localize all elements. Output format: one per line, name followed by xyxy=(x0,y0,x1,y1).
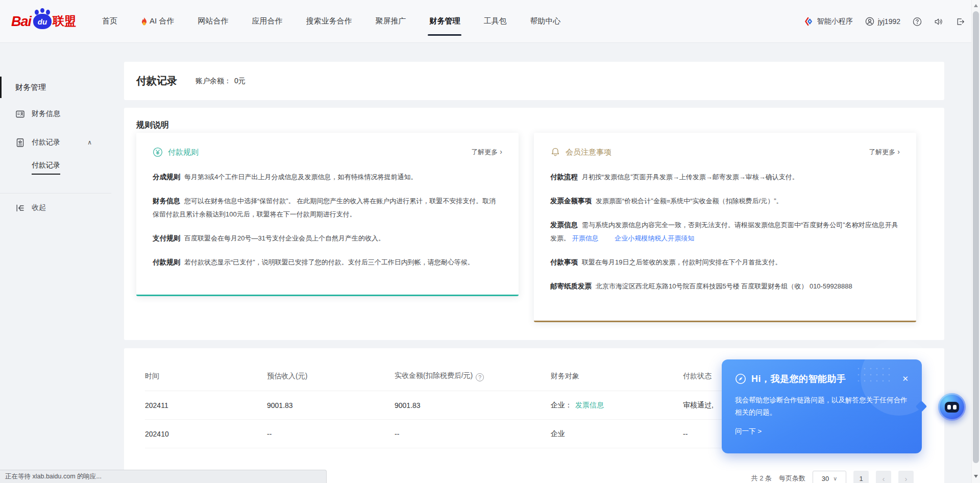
scroll-up-arrow-icon[interactable] xyxy=(974,4,978,7)
cell-target: 企业：发票信息 xyxy=(551,401,683,410)
logout-button[interactable] xyxy=(955,17,965,26)
col-estimated-income: 预估收入(元) xyxy=(267,372,395,381)
rules-section-title: 规则说明 xyxy=(136,120,932,131)
cell-estimated: 9001.83 xyxy=(267,401,395,409)
page-title: 付款记录 xyxy=(136,74,177,88)
vertical-scrollbar[interactable] xyxy=(971,0,980,483)
rule-item: 支付规则百度联盟会在每月20号—31号支付企业会员上个自然月产生的收入。 xyxy=(153,232,502,245)
invoice-info-link[interactable]: 开票信息 xyxy=(572,234,599,242)
baidu-union-logo[interactable]: Bai du 联盟 xyxy=(11,13,76,30)
payment-record-icon xyxy=(15,138,25,148)
miniprogram-diamond-icon xyxy=(804,17,814,26)
assistant-popup: Hi，我是您的智能助手 ✕ 我会帮助您诊断合作链路问题，以及解答您关于任何合作相… xyxy=(722,359,922,453)
cell-time: 202411 xyxy=(145,401,267,409)
sidebar: 财务管理 财务信息 付款记录 ∧ 付款记录 收起 xyxy=(0,43,111,483)
assistant-message: 我会帮助您诊断合作链路问题，以及解答您关于任何合作相关的问题。 xyxy=(735,394,909,419)
balance-value: 0元 xyxy=(234,77,246,85)
rule-item: 付款事项联盟在每月19日之后签收的发票，付款时间安排在下个月首批支付。 xyxy=(550,256,900,269)
question-circle-icon[interactable]: ? xyxy=(476,373,484,381)
cell-actual: -- xyxy=(395,430,551,438)
nav-item-home[interactable]: 首页 xyxy=(90,0,129,43)
scrollbar-thumb[interactable] xyxy=(973,11,979,463)
sidebar-item-payment-records[interactable]: 付款记录 ∧ xyxy=(0,130,111,155)
cell-time: 202410 xyxy=(145,430,267,438)
bell-icon xyxy=(550,147,560,157)
user-account[interactable]: jyj1992 xyxy=(865,17,900,26)
payment-rules-more-link[interactable]: 了解更多› xyxy=(471,148,502,157)
rule-item: 发票金额事项发票票面“价税合计”金额=系统中“实收金额（扣除税费后/元）”。 xyxy=(550,195,900,208)
chevron-up-icon[interactable]: ∧ xyxy=(87,139,92,146)
nav-item-help-center[interactable]: 帮助中心 xyxy=(518,0,572,43)
rule-item: 发票信息需与系统内发票信息内容完全一致，否则无法支付。请根据发票信息页面中“百度… xyxy=(550,219,900,245)
logout-icon xyxy=(955,17,965,26)
sidebar-collapse-button[interactable]: 收起 xyxy=(0,194,111,222)
nav-item-search-business[interactable]: 搜索业务合作 xyxy=(294,0,363,43)
username: jyj1992 xyxy=(878,17,900,26)
decor-dots xyxy=(855,366,891,383)
rule-item: 付款流程月初按“发票信息”页面开具发票→上传发票→邮寄发票→审核→确认支付。 xyxy=(550,171,900,184)
cell-estimated: -- xyxy=(267,430,395,438)
cell-target: 企业 xyxy=(551,429,683,439)
chevron-right-icon: › xyxy=(897,148,900,156)
nav-item-ai[interactable]: AI 合作 xyxy=(129,0,186,43)
col-finance-target: 财务对象 xyxy=(551,372,683,381)
help-icon xyxy=(913,17,922,26)
coin-icon xyxy=(153,147,163,157)
chevron-right-icon: › xyxy=(500,148,502,156)
rules-section: 规则说明 付款规则 了解更多› 分成规则每月第3或4个工作日产出上月分成信息及发… xyxy=(124,108,944,340)
rule-item: 邮寄纸质发票北京市海淀区西北旺东路10号院百度科技园5号楼 百度联盟财务组（收）… xyxy=(550,280,900,293)
sidebar-section-finance[interactable]: 财务管理 xyxy=(0,77,111,98)
robot-face-icon xyxy=(945,402,959,413)
ask-now-link[interactable]: 问一下 > xyxy=(735,427,909,436)
nav-item-finance[interactable]: 财务管理 xyxy=(418,0,472,43)
sidebar-item-finance-info[interactable]: 财务信息 xyxy=(0,101,111,127)
collapse-icon xyxy=(15,203,25,213)
nav-item-toolkit[interactable]: 工具包 xyxy=(472,0,518,43)
hot-flame-icon xyxy=(141,17,148,26)
logo-text-union: 联盟 xyxy=(53,13,76,29)
page-number-button[interactable]: 1 xyxy=(853,471,869,483)
id-card-icon xyxy=(15,109,25,119)
payment-rules-card: 付款规则 了解更多› 分成规则每月第3或4个工作日产出上月分成信息及发票信息，如… xyxy=(136,133,519,296)
prev-page-button[interactable]: ‹ xyxy=(876,471,891,483)
baidu-paw-icon: du xyxy=(33,14,52,29)
scroll-down-arrow-icon[interactable] xyxy=(974,475,978,478)
miniprogram-entry[interactable]: 智能小程序 xyxy=(804,17,853,26)
sidebar-subitem-payment-records-active[interactable]: 付款记录 xyxy=(0,155,111,180)
pagination: 共 2 条 每页条数 30 ∨ 1 ‹ › xyxy=(751,471,914,483)
main-menu: 首页 AI 合作 网站合作 应用合作 搜索业务合作 聚屏推广 财务管理 工具包 … xyxy=(90,0,572,43)
nav-item-screen-promo[interactable]: 聚屏推广 xyxy=(363,0,418,43)
compass-icon xyxy=(735,373,746,384)
help-button[interactable] xyxy=(913,17,922,26)
rule-item: 财务信息您可以在财务信息中选择“保留付款”。 在此期间您产生的收入将在账户内进行… xyxy=(153,195,502,221)
rule-item: 分成规则每月第3或4个工作日产出上月分成信息及发票信息，如有特殊情况将提前通知。 xyxy=(153,171,502,184)
payment-rules-title: 付款规则 xyxy=(168,148,199,157)
col-time: 时间 xyxy=(145,372,267,381)
assistant-robot-button[interactable] xyxy=(938,393,966,421)
per-page-label: 每页条数 xyxy=(779,474,805,483)
total-count: 共 2 条 xyxy=(751,474,772,483)
next-page-button[interactable]: › xyxy=(898,471,914,483)
page: Bai du 联盟 首页 AI 合作 网站合作 应用合作 搜索业务合作 聚屏推广… xyxy=(0,0,980,483)
page-size-select[interactable]: 30 ∨ xyxy=(813,471,846,483)
browser-status-bubble: 正在等待 xlab.baidu.com 的响应... xyxy=(0,470,327,483)
nav-item-app[interactable]: 应用合作 xyxy=(240,0,294,43)
navbar-right: 智能小程序 jyj1992 xyxy=(804,0,965,43)
page-header-card: 付款记录 账户余额：0元 xyxy=(124,62,944,100)
sound-button[interactable] xyxy=(934,17,943,26)
user-icon xyxy=(865,17,874,26)
small-taxpayer-guide-link[interactable]: 企业小规模纳税人开票须知 xyxy=(615,234,694,242)
col-actual-amount: 实收金额(扣除税费后/元)? xyxy=(395,371,551,381)
assistant-title: Hi，我是您的智能助手 xyxy=(751,373,846,385)
top-navbar: Bai du 联盟 首页 AI 合作 网站合作 应用合作 搜索业务合作 聚屏推广… xyxy=(0,0,980,43)
invoice-info-table-link[interactable]: 发票信息 xyxy=(575,401,604,409)
cell-actual: 9001.83 xyxy=(395,401,551,409)
nav-item-website[interactable]: 网站合作 xyxy=(186,0,240,43)
logo-text-bai: Bai xyxy=(11,14,31,30)
close-icon[interactable]: ✕ xyxy=(902,374,909,383)
chevron-down-icon: ∨ xyxy=(833,475,837,482)
rule-item: 付款规则若付款状态显示“已支付”，说明联盟已安排了您的付款。支付后三个工作日内到… xyxy=(153,256,502,269)
member-notes-card: 会员注意事项 了解更多› 付款流程月初按“发票信息”页面开具发票→上传发票→邮寄… xyxy=(534,133,916,322)
member-notes-more-link[interactable]: 了解更多› xyxy=(869,148,900,157)
member-notes-title: 会员注意事项 xyxy=(566,148,611,157)
